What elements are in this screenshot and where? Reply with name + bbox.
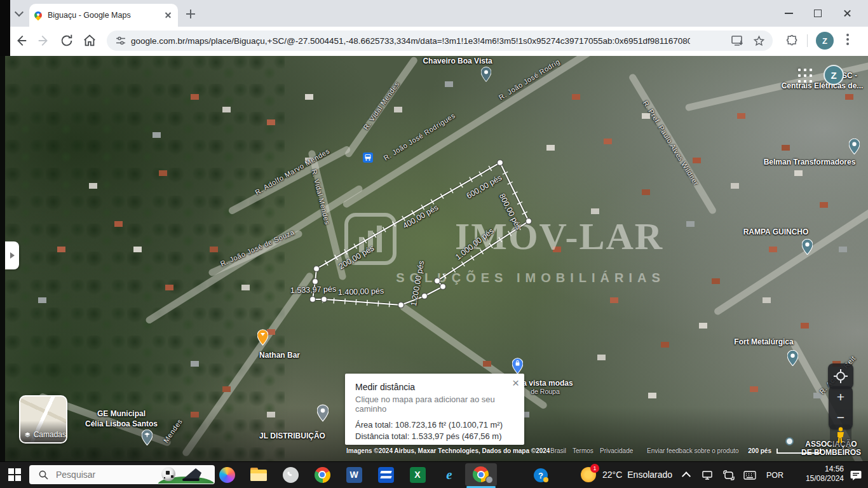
tray-network-icon[interactable] <box>702 470 713 480</box>
taskbar-word-icon[interactable]: W <box>345 466 363 484</box>
clock-time: 14:56 <box>793 464 844 474</box>
pegman-control[interactable] <box>830 424 851 446</box>
dialog-title: Medir distância <box>355 382 514 392</box>
weather-temp: 22°C <box>602 470 622 480</box>
google-apps-grid-icon[interactable] <box>798 69 801 71</box>
notification-badge: 1 <box>590 464 599 473</box>
place-pin-chaveiro[interactable] <box>481 67 491 82</box>
reload-button[interactable] <box>60 34 74 48</box>
tab-search-chevron-icon[interactable] <box>11 6 27 22</box>
tab-close-icon[interactable] <box>163 10 173 20</box>
place-pin-ge-school[interactable] <box>142 430 153 445</box>
footer-link-brasil[interactable]: Brasil <box>550 447 566 454</box>
profile-avatar[interactable]: Z <box>816 32 834 50</box>
soccer-boot-doodle <box>180 466 203 484</box>
action-center-icon[interactable] <box>850 470 862 480</box>
zoom-control: + − <box>829 386 853 430</box>
dialog-distance-total: Distância total: 1.533,97 pés (467,56 m) <box>355 431 514 441</box>
taskbar-copilot-icon[interactable] <box>218 466 236 484</box>
window-close-button[interactable] <box>837 5 857 22</box>
tray-keyboard-icon[interactable] <box>743 471 756 480</box>
browser-tab[interactable]: Biguaçu - Google Maps <box>29 4 178 27</box>
my-location-button[interactable] <box>828 363 853 389</box>
tray-screen-clip-icon[interactable] <box>723 470 735 480</box>
place-label-vista-modas-sub: de Roupa <box>531 388 560 395</box>
taskbar-whatsapp-icon[interactable] <box>281 466 299 484</box>
expand-arrow-icon <box>10 252 15 259</box>
place-dot-associacao[interactable] <box>785 437 794 445</box>
weather-widget[interactable]: 1 22°C Ensolarado <box>581 463 676 486</box>
footer-link-termos[interactable]: Termos <box>573 447 593 454</box>
screen: IMOV-LAR SOLUÇÕES IMOBILIÁRIAS 200,00 pé… <box>0 0 868 488</box>
bus-stop-icon[interactable] <box>363 152 373 163</box>
clock-date: 15/08/2024 <box>793 474 844 484</box>
taskbar-chrome-active-chip[interactable] <box>465 463 497 486</box>
place-label-jl-distribuicao[interactable]: JL DISTRIBUIÇÃO <box>259 431 325 440</box>
expand-side-panel-button[interactable] <box>5 241 19 269</box>
place-label-chaveiro-boa-vista[interactable]: Chaveiro Boa Vista <box>423 57 492 65</box>
window-minimize-button[interactable] <box>779 5 798 22</box>
measure-label-1400: 1.400,00 pés <box>338 287 384 297</box>
extensions-puzzle-icon[interactable] <box>786 34 799 47</box>
back-button[interactable] <box>14 34 28 48</box>
window-maximize-button[interactable] <box>808 5 827 22</box>
place-pin-rampa-guincho[interactable] <box>802 239 813 255</box>
start-button[interactable] <box>6 466 23 483</box>
site-settings-icon[interactable] <box>116 36 126 46</box>
dialog-close-icon[interactable]: × <box>512 376 519 390</box>
url-text[interactable]: google.com.br/maps/place/Biguaçu,+SC/@-2… <box>131 36 690 46</box>
footer-link-feedback[interactable]: Enviar feedback sobre o produto <box>647 447 739 454</box>
place-pin-belman[interactable] <box>849 139 860 154</box>
dialog-area-total: Área total: 108.723,16 ft² (10.100,71 m²… <box>355 420 514 430</box>
install-app-icon[interactable] <box>731 35 744 46</box>
google-maps-favicon <box>34 11 43 20</box>
map-profile-avatar[interactable]: Z <box>824 65 844 85</box>
home-button[interactable] <box>83 34 97 48</box>
window-left-edge <box>0 0 10 56</box>
dialog-hint: Clique no mapa para adicionar ao seu cam… <box>355 395 514 414</box>
place-label-belman-transformadores[interactable]: Belman Transformadores <box>764 158 856 166</box>
weather-sun-icon: 1 <box>581 467 596 482</box>
place-label-celesc-frag: SC - <box>842 71 857 80</box>
help-app-icon[interactable]: ? <box>534 468 548 482</box>
language-indicator[interactable]: POR <box>766 471 783 480</box>
tray-chevron-up-icon[interactable] <box>681 470 691 480</box>
search-icon <box>39 470 48 480</box>
tab-title: Biguaçu - Google Maps <box>48 11 158 20</box>
place-label-ge-municipal-1[interactable]: GE Municipal <box>97 409 146 418</box>
place-label-nathan-bar[interactable]: Nathan Bar <box>259 351 300 360</box>
search-input[interactable] <box>55 469 153 480</box>
layers-icon <box>25 431 31 439</box>
place-pin-fort[interactable] <box>787 350 798 366</box>
new-tab-button[interactable] <box>184 8 197 20</box>
footer-link-privacidade[interactable]: Privacidade <box>600 447 633 454</box>
place-label-vista-modas[interactable]: a vista modas <box>522 379 573 388</box>
taskbar-file-explorer-icon[interactable] <box>250 466 268 484</box>
place-pin-nathan-bar[interactable] <box>257 329 268 346</box>
pegman-icon <box>836 427 845 444</box>
taskbar-search[interactable] <box>29 465 215 484</box>
taskbar-scanner-app-icon[interactable] <box>377 466 395 484</box>
forward-button[interactable] <box>37 34 51 48</box>
browser-menu-kebab-icon[interactable] <box>846 34 849 36</box>
place-label-ge-municipal-2[interactable]: Célia Lisboa Santos <box>85 419 158 428</box>
taskbar-chrome-icon[interactable] <box>313 466 331 484</box>
zoom-in-button[interactable]: + <box>829 386 853 408</box>
measure-label-total: 1.533,97 pés <box>290 285 337 295</box>
search-doodle <box>153 465 211 484</box>
map-attribution: Imagens ©2024 Airbus, Maxar Technologies… <box>346 447 550 454</box>
place-label-rampa-guincho[interactable]: RAMPA GUINCHO <box>743 227 809 236</box>
layers-button[interactable]: Camadas <box>19 395 67 444</box>
scale-label: 200 pés <box>731 447 771 454</box>
bookmark-star-icon[interactable] <box>753 35 765 47</box>
place-label-fort-metalurgica[interactable]: Fort Metalúrgica <box>734 337 793 346</box>
toolbar-divider <box>807 34 808 47</box>
omnibox[interactable]: google.com.br/maps/place/Biguaçu,+SC/@-2… <box>107 30 773 51</box>
weather-desc: Ensolarado <box>627 470 672 480</box>
taskbar-clock[interactable]: 14:56 15/08/2024 <box>793 464 844 484</box>
taskbar-excel-icon[interactable]: X <box>409 466 426 484</box>
place-pin-jl[interactable] <box>317 404 329 422</box>
place-label-centrais-eletricas[interactable]: Centrais Elétricas de... <box>782 81 864 90</box>
place-pin-modas-shopping[interactable] <box>512 358 523 374</box>
taskbar-internet-explorer-icon[interactable]: e <box>440 466 458 484</box>
